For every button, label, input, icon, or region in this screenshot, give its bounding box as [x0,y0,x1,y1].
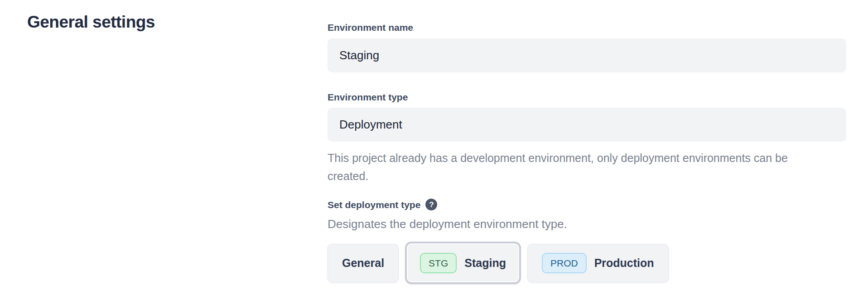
settings-form: Environment name Environment type This p… [328,0,846,284]
environment-name-input[interactable] [328,38,846,72]
deployment-type-label-row: Set deployment type ? [328,199,846,210]
general-settings-page: General settings Environment name Enviro… [0,0,868,295]
set-deployment-type-label: Set deployment type [328,199,420,210]
deployment-type-options: General STG Staging PROD Production [328,242,846,284]
prod-badge: PROD [542,253,587,273]
stg-badge: STG [420,253,457,273]
environment-name-label: Environment name [328,22,846,33]
environment-type-help-text: This project already has a development e… [328,149,821,185]
question-mark-icon[interactable]: ? [425,199,437,210]
option-staging-label: Staging [464,257,506,270]
deployment-type-description: Designates the deployment environment ty… [328,216,846,232]
environment-type-label: Environment type [328,91,846,103]
deployment-type-option-staging[interactable]: STG Staging [405,242,521,284]
option-production-label: Production [594,257,654,270]
option-general-label: General [342,257,384,270]
deployment-type-option-production[interactable]: PROD Production [527,244,669,282]
environment-type-input[interactable] [328,108,846,142]
page-title: General settings [27,13,155,32]
deployment-type-option-general[interactable]: General [328,244,399,282]
